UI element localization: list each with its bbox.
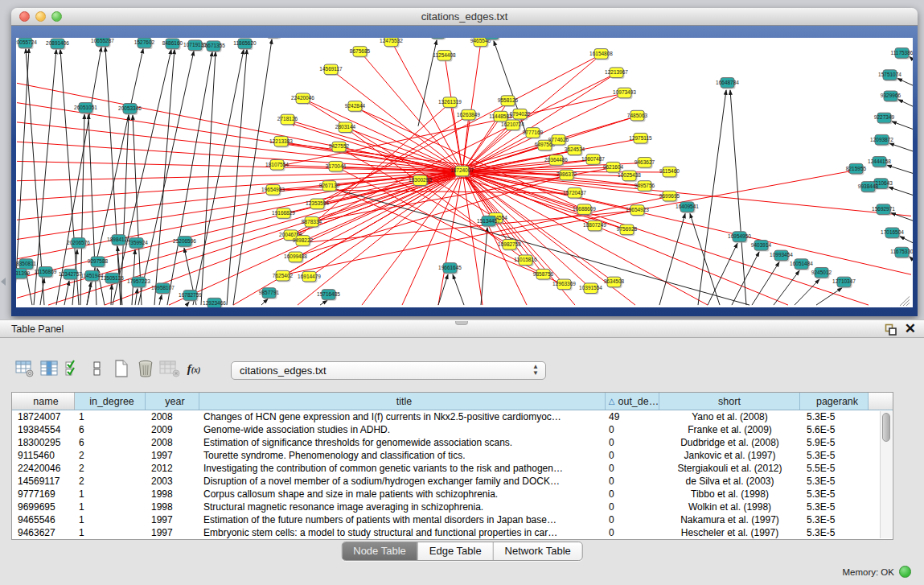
graph-node[interactable]: 9498222 (293, 236, 314, 247)
column-header-name[interactable]: name (12, 393, 75, 410)
table-cell[interactable]: 22420046 (12, 462, 75, 475)
memory-status-indicator[interactable] (899, 566, 911, 578)
graph-edge[interactable] (320, 300, 327, 305)
table-cell[interactable]: 0 (606, 462, 659, 475)
graph-edge[interactable] (889, 187, 913, 198)
graph-edge[interactable] (113, 50, 171, 306)
table-cell[interactable]: 5.9E-5 (800, 436, 869, 449)
window-titlebar[interactable]: citations_edges.txt (11, 8, 918, 26)
graph-node[interactable]: 19661645 (438, 263, 462, 274)
table-cell[interactable]: Jankovic et al. (1997) (659, 449, 800, 462)
table-cell[interactable]: Genome-wide association studies in ADHD. (199, 423, 606, 436)
graph-node[interactable]: 10025438 (618, 171, 641, 182)
table-cell[interactable]: 9115460 (12, 449, 75, 462)
table-row[interactable]: 911546021997Tourette syndrome. Phenomeno… (12, 449, 893, 462)
graph-edge[interactable] (201, 51, 216, 305)
graph-edge[interactable] (752, 262, 779, 305)
graph-edge[interactable] (887, 165, 913, 176)
graph-node[interactable]: 12213383 (269, 136, 293, 147)
graph-edge[interactable] (453, 274, 464, 305)
graph-edge[interactable] (187, 302, 189, 305)
graph-edge[interactable] (892, 122, 913, 133)
panel-drag-nub[interactable] (455, 321, 468, 325)
graph-edge[interactable] (910, 56, 913, 68)
table-cell[interactable]: Corpus callosum shape and size in male p… (199, 488, 606, 501)
graph-node[interactable]: 16914479 (298, 271, 321, 282)
graph-node[interactable]: 13261319 (438, 97, 462, 109)
graph-node[interactable]: 8215955 (846, 163, 867, 175)
graph-edge[interactable] (795, 279, 819, 305)
table-cell[interactable]: 18724007 (12, 410, 75, 423)
graph-node[interactable]: 12444158 (868, 157, 891, 168)
table-cell[interactable]: 0 (606, 436, 659, 449)
table-cell[interactable]: 2012 (146, 462, 199, 475)
graph-node[interactable]: 19654923 (626, 205, 649, 216)
graph-node[interactable]: 18807249 (583, 220, 606, 232)
table-cell[interactable]: 9465546 (12, 513, 75, 526)
graph-node[interactable]: 15716485 (317, 290, 340, 301)
table-cell[interactable]: 0 (606, 513, 659, 526)
graph-node[interactable]: 12923466 (203, 298, 226, 307)
table-vertical-scrollbar[interactable] (880, 411, 892, 538)
graph-node[interactable]: 3624534 (565, 145, 585, 156)
tab-edge-table[interactable]: Edge Table (418, 542, 494, 560)
graph-node[interactable]: 8878334 (302, 216, 322, 228)
graph-node[interactable]: 12975115 (629, 133, 652, 144)
graph-edge[interactable] (659, 213, 685, 305)
table-cell[interactable]: 2 (75, 449, 146, 462)
table-cell[interactable]: 5.5E-5 (800, 462, 869, 475)
graph-node[interactable]: 8675685 (350, 47, 371, 58)
table-cell[interactable]: Changes of HCN gene expression and I(f) … (199, 410, 606, 423)
graph-node[interactable]: 9699695 (659, 191, 680, 202)
delete-column-button[interactable] (133, 357, 158, 380)
function-builder-button[interactable]: f(x) (182, 357, 206, 380)
graph-node[interactable]: 10958107 (151, 283, 175, 295)
tab-node-table[interactable]: Node Table (342, 542, 418, 560)
graph-edge[interactable] (816, 288, 842, 305)
graph-node[interactable]: 9331399 (16, 268, 31, 279)
graph-node[interactable]: 1527602 (134, 38, 155, 49)
graph-node[interactable]: 6794022 (510, 109, 531, 120)
graph-node[interactable]: 16782759 (179, 290, 202, 302)
table-cell[interactable]: 5.3E-5 (800, 501, 869, 513)
table-cell[interactable]: 0 (606, 475, 659, 488)
table-row[interactable]: 1456911722003Disruption of a novel membe… (12, 475, 893, 488)
graph-edge[interactable] (261, 299, 268, 305)
column-header-title[interactable]: title (199, 393, 606, 410)
graph-node[interactable]: 10655287 (91, 38, 114, 47)
table-cell[interactable]: 2008 (146, 436, 199, 449)
resize-grip-icon[interactable] (900, 296, 910, 306)
graph-node[interactable]: 20364486 (544, 155, 568, 167)
graph-node[interactable]: 10993454 (770, 250, 793, 262)
graph-node[interactable]: 16648784 (716, 78, 739, 89)
table-cell[interactable]: Investigating the contribution of common… (199, 462, 606, 475)
table-cell[interactable]: 1 (75, 488, 146, 501)
table-cell[interactable]: 19384554 (12, 423, 75, 436)
graph-node[interactable]: 9242844 (345, 101, 366, 113)
graph-node[interactable]: 16954950 (728, 232, 751, 243)
table-row[interactable]: 969969511998Structural magnetic resonanc… (12, 501, 893, 513)
graph-edge[interactable] (897, 78, 913, 89)
table-cell[interactable]: 1 (75, 501, 146, 513)
graph-node[interactable]: 3170044 (326, 161, 347, 172)
table-cell[interactable]: Hescheler et al. (1997) (659, 526, 800, 539)
table-cell[interactable]: Wolkin et al. (1998) (659, 501, 800, 513)
table-cell[interactable]: Estimation of significance thresholds fo… (199, 436, 606, 449)
table-cell[interactable]: Tourette syndrome. Phenomenology and cla… (199, 449, 606, 462)
graph-edge[interactable] (87, 282, 91, 305)
graph-node[interactable]: 17957223 (127, 277, 150, 288)
graph-node[interactable]: 2803144 (335, 122, 356, 134)
table-cell[interactable]: 0 (606, 423, 659, 436)
table-cell[interactable]: 1 (75, 526, 146, 539)
table-mode-button[interactable] (13, 357, 37, 380)
graph-edge[interactable] (17, 171, 462, 239)
graph-node[interactable]: 19166829 (272, 208, 295, 220)
graph-node[interactable]: 10391554 (579, 283, 602, 295)
graph-edge[interactable] (135, 289, 138, 305)
graph-edge[interactable] (730, 90, 746, 305)
graph-node[interactable]: 9857791 (259, 288, 280, 299)
graph-node[interactable]: 16099488 (284, 252, 307, 263)
table-cell[interactable]: 6 (75, 423, 146, 436)
table-cell[interactable]: 9463627 (12, 526, 75, 539)
table-cell[interactable]: 5.3E-5 (800, 488, 869, 501)
